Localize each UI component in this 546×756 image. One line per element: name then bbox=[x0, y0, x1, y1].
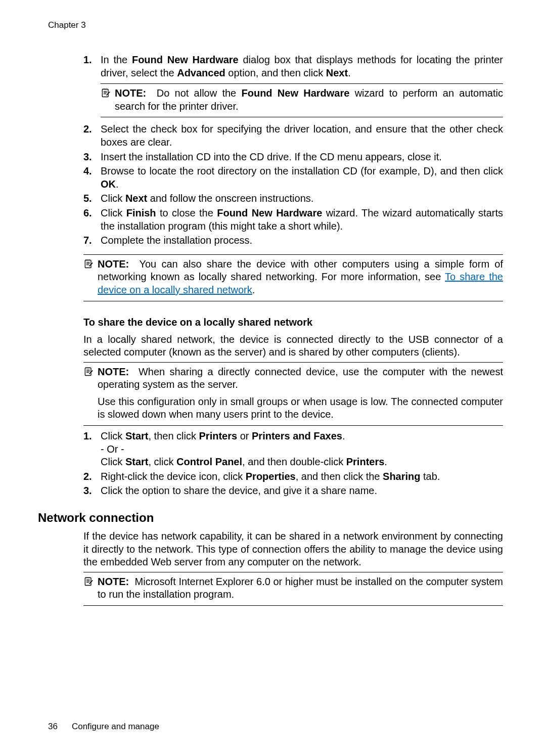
step-number: 6. bbox=[83, 207, 101, 233]
or-text: - Or - bbox=[101, 443, 124, 455]
t: Browse to locate the root directory on t… bbox=[101, 165, 503, 176]
step-6: 6. Click Finish to close the Found New H… bbox=[83, 207, 503, 233]
heading-share-device: To share the device on a locally shared … bbox=[83, 317, 503, 328]
t-bold: Start bbox=[125, 430, 149, 441]
step-number: 4. bbox=[83, 165, 101, 191]
t: , then click bbox=[148, 430, 199, 441]
note-icon bbox=[101, 87, 115, 113]
step-number: 2. bbox=[83, 123, 101, 149]
content-body: 1. In the Found New Hardware dialog box … bbox=[83, 54, 503, 606]
note-body: NOTE: Microsoft Internet Explorer 6.0 or… bbox=[98, 575, 503, 601]
step-body: Click the option to share the device, an… bbox=[101, 484, 503, 498]
share-para: In a locally shared network, the device … bbox=[83, 333, 503, 359]
t-bold: Found New Hardware bbox=[242, 87, 350, 99]
note-box-1: NOTE: Do not allow the Found New Hardwar… bbox=[101, 83, 503, 117]
note-body: NOTE: You can also share the device with… bbox=[98, 258, 503, 297]
t-bold: Printers bbox=[199, 430, 238, 441]
step-body: Click Next and follow the onscreen instr… bbox=[101, 192, 503, 205]
t: Microsoft Internet Explorer 6.0 or highe… bbox=[98, 576, 503, 600]
t-bold: Finish bbox=[126, 207, 156, 218]
step-body: Click Finish to close the Found New Hard… bbox=[101, 207, 503, 233]
t: . bbox=[116, 179, 119, 190]
step-1: 1. In the Found New Hardware dialog box … bbox=[83, 54, 503, 121]
t-bold: Printers bbox=[346, 456, 385, 467]
t: When sharing a directly connected device… bbox=[98, 366, 503, 390]
t: Click bbox=[101, 430, 125, 441]
note-icon bbox=[83, 366, 98, 421]
t-bold: Sharing bbox=[383, 471, 420, 482]
heading-network-connection: Network connection bbox=[38, 511, 458, 525]
t: . bbox=[342, 430, 345, 441]
note-icon bbox=[83, 575, 98, 601]
step-body: Right-click the device icon, click Prope… bbox=[101, 470, 503, 483]
t-bold: Next bbox=[125, 193, 147, 204]
t-bold: Printers and Faxes bbox=[252, 430, 342, 441]
note-label: NOTE: bbox=[98, 576, 129, 587]
step-number: 1. bbox=[83, 54, 101, 121]
step-number: 3. bbox=[83, 484, 101, 498]
note-label: NOTE: bbox=[115, 87, 146, 99]
step-number: 7. bbox=[83, 234, 101, 247]
note-label: NOTE: bbox=[98, 366, 129, 377]
t: and follow the onscreen instructions. bbox=[147, 193, 313, 204]
network-para: If the device has network capability, it… bbox=[83, 530, 503, 569]
t: , and then click the bbox=[296, 471, 383, 482]
t: or bbox=[237, 430, 252, 441]
step-body: Select the check box for specifying the … bbox=[101, 123, 503, 149]
t: Click bbox=[101, 207, 126, 218]
t-bold: Properties bbox=[246, 471, 296, 482]
share-step-2: 2. Right-click the device icon, click Pr… bbox=[83, 470, 503, 483]
t: . bbox=[252, 284, 255, 295]
t: . bbox=[384, 456, 387, 467]
page-footer: 36 Configure and manage bbox=[48, 722, 159, 732]
t: Right-click the device icon, click bbox=[101, 471, 246, 482]
t: Use this configuration only in small gro… bbox=[98, 395, 503, 421]
share-step-3: 3. Click the option to share the device,… bbox=[83, 484, 503, 498]
step-3: 3. Insert the installation CD into the C… bbox=[83, 151, 503, 164]
t: Click bbox=[101, 193, 125, 204]
t-bold: OK bbox=[101, 179, 116, 190]
t: Do not allow the bbox=[157, 87, 242, 99]
note-body: NOTE: Do not allow the Found New Hardwar… bbox=[115, 87, 503, 113]
note-box-4: NOTE: Microsoft Internet Explorer 6.0 or… bbox=[83, 572, 503, 606]
note-icon bbox=[83, 258, 98, 297]
t: In the bbox=[101, 54, 132, 65]
note-box-2: NOTE: You can also share the device with… bbox=[83, 254, 503, 301]
t-bold: Start bbox=[125, 456, 149, 467]
t-bold: Found New Hardware bbox=[132, 54, 239, 65]
t-bold: Found New Hardware bbox=[217, 207, 322, 218]
page-number: 36 bbox=[48, 722, 58, 732]
share-steps-list: 1. Click Start, then click Printers or P… bbox=[83, 430, 503, 498]
t: . bbox=[348, 67, 351, 78]
step-number: 1. bbox=[83, 430, 101, 469]
step-body: Click Start, then click Printers or Prin… bbox=[101, 430, 503, 469]
step-4: 4. Browse to locate the root directory o… bbox=[83, 165, 503, 191]
install-steps-list: 1. In the Found New Hardware dialog box … bbox=[83, 54, 503, 247]
t-bold: Advanced bbox=[177, 67, 225, 78]
step-7: 7. Complete the installation process. bbox=[83, 234, 503, 247]
chapter-label: Chapter 3 bbox=[48, 20, 503, 30]
t: Click bbox=[101, 456, 125, 467]
step-body: Browse to locate the root directory on t… bbox=[101, 165, 503, 191]
step-body: Insert the installation CD into the CD d… bbox=[101, 151, 503, 164]
t: to close the bbox=[156, 207, 217, 218]
t-bold: Next bbox=[326, 67, 348, 78]
step-number: 5. bbox=[83, 192, 101, 205]
note-label: NOTE: bbox=[98, 258, 129, 270]
t: , click bbox=[148, 456, 176, 467]
step-number: 3. bbox=[83, 151, 101, 164]
step-number: 2. bbox=[83, 470, 101, 483]
step-body: In the Found New Hardware dialog box tha… bbox=[101, 54, 503, 121]
t: , and then double-click bbox=[242, 456, 346, 467]
step-body: Complete the installation process. bbox=[101, 234, 503, 247]
footer-title: Configure and manage bbox=[72, 722, 159, 732]
step-2: 2. Select the check box for specifying t… bbox=[83, 123, 503, 149]
t: You can also share the device with other… bbox=[98, 258, 503, 283]
step-5: 5. Click Next and follow the onscreen in… bbox=[83, 192, 503, 205]
note-box-3: NOTE: When sharing a directly connected … bbox=[83, 362, 503, 426]
t-bold: Control Panel bbox=[176, 456, 242, 467]
t: option, and then click bbox=[225, 67, 326, 78]
page: Chapter 3 1. In the Found New Hardware d… bbox=[0, 0, 546, 756]
share-step-1: 1. Click Start, then click Printers or P… bbox=[83, 430, 503, 469]
t: tab. bbox=[421, 471, 440, 482]
